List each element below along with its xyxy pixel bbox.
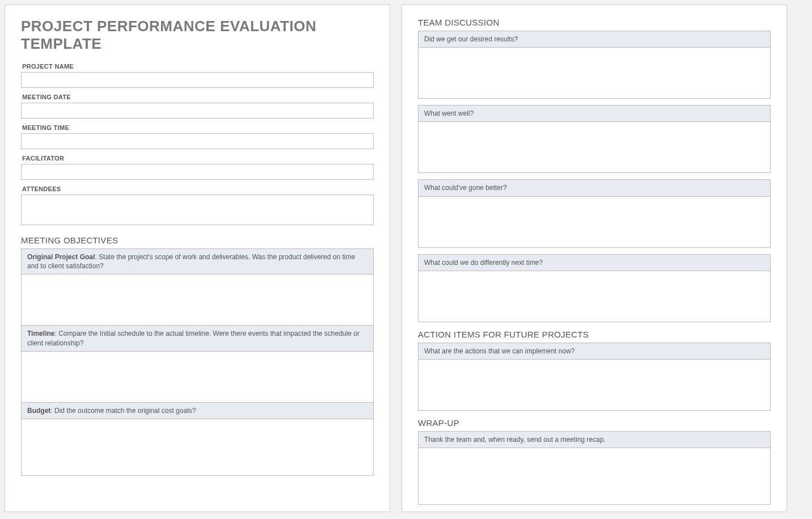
discussion-prompt-differently: What could we do differently next time? (418, 255, 770, 271)
objective-input-timeline[interactable] (22, 351, 373, 402)
objective-lead-goal: Original Project Goal (27, 253, 95, 261)
section-heading-discussion: TEAM DISCUSSION (418, 18, 771, 27)
input-meeting-date[interactable] (21, 103, 374, 119)
input-project-name[interactable] (21, 72, 374, 88)
section-heading-wrapup: WRAP-UP (418, 418, 771, 428)
objective-prompt-timeline: Timeline: Compare the Initial schedule t… (22, 326, 373, 351)
discussion-block-better: What could've gone better? (418, 179, 771, 247)
field-facilitator: FACILITATOR (21, 155, 374, 180)
field-attendees: ATTENDEES (21, 185, 374, 227)
label-facilitator: FACILITATOR (22, 155, 374, 162)
field-meeting-date: MEETING DATE (21, 94, 374, 119)
discussion-prompt-results: Did we get our desired results? (418, 31, 770, 47)
spacer (418, 247, 771, 254)
input-attendees[interactable] (21, 195, 374, 225)
discussion-input-better[interactable] (418, 196, 770, 247)
discussion-block-results: Did we get our desired results? (418, 31, 771, 99)
page-1: PROJECT PERFORMANCE EVALUATION TEMPLATE … (5, 5, 390, 512)
wrapup-block: Thank the team and, when ready, send out… (418, 431, 771, 505)
action-block: What are the actions that we can impleme… (418, 343, 771, 411)
objective-lead-timeline: Timeline (27, 330, 54, 337)
field-project-name: PROJECT NAME (21, 63, 374, 88)
objective-input-goal[interactable] (22, 274, 373, 325)
action-input[interactable] (418, 359, 770, 410)
field-meeting-time: MEETING TIME (21, 124, 374, 149)
label-project-name: PROJECT NAME (22, 63, 374, 70)
page-2: TEAM DISCUSSION Did we get our desired r… (401, 5, 787, 512)
label-attendees: ATTENDEES (22, 185, 374, 192)
page-title: PROJECT PERFORMANCE EVALUATION TEMPLATE (21, 18, 374, 53)
spacer (418, 98, 771, 105)
label-meeting-time: MEETING TIME (22, 124, 374, 131)
objective-block-budget: Budget: Did the outcome match the origin… (21, 402, 374, 476)
discussion-block-well: What went well? (418, 105, 771, 173)
discussion-input-well[interactable] (418, 121, 770, 172)
wrapup-prompt: Thank the team and, when ready, send out… (418, 432, 770, 448)
discussion-prompt-better: What could've gone better? (418, 180, 770, 196)
input-facilitator[interactable] (21, 164, 374, 180)
objective-block-goal: Original Project Goal: State the project… (21, 248, 374, 326)
template-container: PROJECT PERFORMANCE EVALUATION TEMPLATE … (5, 5, 807, 512)
action-prompt: What are the actions that we can impleme… (418, 343, 770, 359)
objective-lead-budget: Budget (27, 407, 50, 415)
input-meeting-time[interactable] (21, 133, 374, 149)
discussion-input-results[interactable] (418, 47, 770, 98)
label-meeting-date: MEETING DATE (22, 94, 374, 100)
section-heading-objectives: MEETING OBJECTIVES (21, 235, 374, 245)
discussion-block-differently: What could we do differently next time? (418, 254, 771, 322)
wrapup-input[interactable] (418, 448, 770, 504)
objective-prompt-goal: Original Project Goal: State the project… (22, 249, 373, 274)
objective-text-budget: : Did the outcome match the original cos… (50, 407, 196, 415)
section-heading-action-items: ACTION ITEMS FOR FUTURE PROJECTS (418, 330, 771, 339)
objective-input-budget[interactable] (22, 419, 373, 475)
objective-block-timeline: Timeline: Compare the Initial schedule t… (21, 325, 374, 402)
discussion-prompt-well: What went well? (418, 106, 770, 121)
objective-prompt-budget: Budget: Did the outcome match the origin… (22, 403, 373, 419)
objective-text-timeline: : Compare the Initial schedule to the ac… (27, 330, 360, 347)
spacer (418, 172, 771, 179)
discussion-input-differently[interactable] (418, 271, 770, 322)
